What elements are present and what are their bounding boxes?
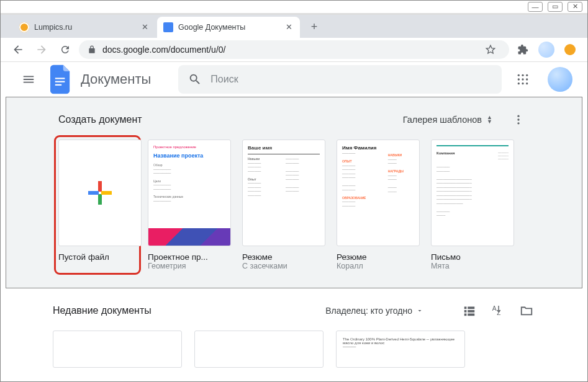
create-document-heading: Создать документ — [58, 114, 142, 125]
owner-filter-dropdown[interactable]: Владелец: кто угодно — [325, 306, 423, 316]
tab-close-icon[interactable]: ✕ — [140, 22, 150, 32]
owner-filter-label: Владелец: кто угодно — [325, 306, 412, 316]
tab-title: Google Документы — [178, 23, 245, 32]
svg-point-9 — [518, 82, 520, 84]
file-picker-button[interactable] — [518, 302, 535, 319]
orange-dot-icon — [564, 44, 576, 55]
svg-point-11 — [526, 82, 528, 84]
recent-doc-item[interactable] — [194, 331, 323, 368]
tab-lumpics[interactable]: Lumpics.ru ✕ — [13, 17, 156, 38]
star-button[interactable] — [481, 40, 500, 60]
svg-rect-16 — [98, 194, 102, 205]
account-avatar[interactable] — [548, 67, 572, 92]
os-titlebar: — ▭ ✕ — [1, 1, 587, 15]
template-gallery-button[interactable]: Галерея шаблонов ▲▼ — [397, 111, 499, 128]
search-icon — [188, 73, 202, 86]
favicon-docs-icon — [163, 22, 173, 32]
svg-point-12 — [517, 115, 519, 117]
address-bar: docs.google.com/document/u/0/ — [1, 38, 587, 62]
template-thumb: Ваше имя Навыки──────────────────Опыт───… — [242, 140, 325, 246]
template-subtitle: С засечками — [242, 262, 325, 270]
template-row: Пустой файл Проектное предложение Назван… — [58, 140, 530, 270]
list-icon — [463, 304, 476, 318]
svg-point-13 — [517, 118, 519, 120]
maximize-button[interactable]: ▭ — [548, 2, 563, 12]
search-input[interactable]: Поиск — [178, 65, 502, 94]
svg-rect-2 — [55, 84, 61, 86]
caret-down-icon — [416, 307, 423, 314]
template-title: Резюме — [337, 252, 420, 262]
more-options-button[interactable] — [507, 109, 530, 131]
puzzle-icon — [517, 44, 528, 55]
docs-logo-icon — [50, 64, 72, 94]
tab-strip: Lumpics.ru ✕ Google Документы ✕ + — [1, 15, 587, 38]
recent-heading-row: Недавние документы Владелец: кто угодно … — [53, 302, 535, 319]
svg-point-14 — [517, 122, 519, 124]
arrow-left-icon — [12, 43, 24, 56]
tab-title: Lumpics.ru — [34, 23, 72, 32]
template-blank[interactable]: Пустой файл — [56, 137, 139, 273]
template-thumb: Имя Фамилия──────ОПЫТ───────────────────… — [337, 140, 420, 246]
folder-icon — [520, 304, 533, 318]
gallery-label: Галерея шаблонов — [403, 115, 482, 125]
forward-button[interactable] — [32, 40, 52, 60]
svg-point-8 — [526, 78, 528, 80]
template-title: Проектное пр... — [148, 252, 231, 262]
recent-thumbs-row: The Ordinary 100% Plant-Derived Hemi-Squ… — [53, 331, 535, 368]
template-gallery: Создать документ Галерея шаблонов ▲▼ — [6, 97, 582, 288]
profile-button[interactable] — [536, 40, 556, 60]
view-controls: AZ — [461, 302, 535, 319]
arrow-right-icon — [35, 43, 48, 56]
svg-point-7 — [522, 78, 523, 80]
svg-point-5 — [526, 74, 528, 76]
recent-heading: Недавние документы — [53, 305, 152, 316]
back-button[interactable] — [8, 40, 28, 60]
svg-point-4 — [522, 74, 523, 76]
list-view-button[interactable] — [461, 302, 478, 319]
template-resume-serif[interactable]: Ваше имя Навыки──────────────────Опыт───… — [242, 140, 325, 270]
template-resume-coral[interactable]: Имя Фамилия──────ОПЫТ───────────────────… — [337, 140, 420, 270]
svg-text:A: A — [492, 305, 497, 312]
unfold-icon: ▲▼ — [487, 115, 492, 124]
svg-rect-0 — [55, 78, 65, 79]
svg-rect-17 — [88, 191, 99, 195]
recent-doc-item[interactable]: The Ordinary 100% Plant-Derived Hemi-Squ… — [336, 331, 465, 368]
favicon-orange-icon — [19, 22, 29, 32]
template-blank-thumb — [58, 140, 142, 246]
sort-az-icon: AZ — [491, 304, 505, 318]
search-placeholder: Поиск — [210, 74, 238, 85]
new-tab-button[interactable]: + — [305, 18, 323, 37]
reload-icon — [60, 44, 71, 55]
app-title: Документы — [81, 71, 151, 87]
apps-button[interactable] — [510, 67, 535, 92]
minimize-button[interactable]: — — [528, 2, 543, 12]
main-menu-button[interactable] — [16, 66, 42, 93]
recent-doc-item[interactable] — [53, 331, 182, 368]
tab-close-icon[interactable]: ✕ — [284, 22, 294, 32]
address-field[interactable]: docs.google.com/document/u/0/ — [79, 40, 509, 59]
extension-orange-button[interactable] — [560, 40, 580, 60]
browser-window: — ▭ ✕ Lumpics.ru ✕ Google Документы ✕ + … — [0, 0, 588, 382]
close-window-button[interactable]: ✕ — [568, 2, 582, 12]
more-vert-icon — [512, 113, 525, 126]
template-thumb: Проектное предложение Название проекта О… — [148, 140, 231, 246]
svg-rect-18 — [101, 191, 112, 195]
template-subtitle: Геометрия — [148, 262, 231, 270]
template-project-proposal[interactable]: Проектное предложение Название проекта О… — [148, 140, 231, 270]
svg-point-6 — [518, 78, 520, 80]
recent-documents: Недавние документы Владелец: кто угодно … — [1, 288, 587, 381]
sort-button[interactable]: AZ — [489, 302, 507, 319]
docs-header: Документы Поиск — [1, 62, 587, 97]
template-letter-mint[interactable]: Компания────────────────── ─────────────… — [431, 140, 514, 270]
tab-google-docs[interactable]: Google Документы ✕ — [157, 17, 300, 38]
reload-button[interactable] — [55, 40, 75, 60]
svg-rect-15 — [98, 181, 102, 192]
apps-grid-icon — [517, 73, 529, 86]
hamburger-icon — [22, 73, 35, 86]
svg-point-3 — [518, 74, 520, 76]
star-icon — [485, 44, 496, 55]
template-subtitle: Коралл — [337, 262, 420, 270]
extensions-button[interactable] — [513, 40, 533, 60]
plus-multicolor-icon — [86, 179, 114, 207]
template-title: Пустой файл — [58, 252, 137, 262]
